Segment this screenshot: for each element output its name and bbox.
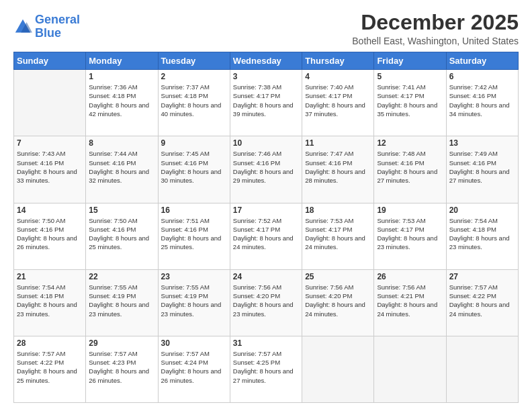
cell-details: Sunrise: 7:48 AM Sunset: 4:16 PM Dayligh… [377,149,443,185]
calendar-cell: 28Sunrise: 7:57 AM Sunset: 4:22 PM Dayli… [14,336,86,402]
day-number: 29 [89,338,154,348]
day-number: 25 [305,272,371,281]
cell-details: Sunrise: 7:42 AM Sunset: 4:16 PM Dayligh… [449,83,515,118]
calendar-cell: 17Sunrise: 7:52 AM Sunset: 4:17 PM Dayli… [230,203,302,269]
calendar-cell: 24Sunrise: 7:56 AM Sunset: 4:20 PM Dayli… [230,269,302,336]
col-friday: Friday [374,52,446,70]
calendar-cell: 19Sunrise: 7:53 AM Sunset: 4:17 PM Dayli… [374,203,446,269]
calendar-week-0: 1Sunrise: 7:36 AM Sunset: 4:18 PM Daylig… [14,70,519,136]
calendar-week-3: 21Sunrise: 7:54 AM Sunset: 4:18 PM Dayli… [14,269,519,336]
cell-details: Sunrise: 7:50 AM Sunset: 4:16 PM Dayligh… [89,216,154,252]
cell-details: Sunrise: 7:36 AM Sunset: 4:18 PM Dayligh… [89,83,154,118]
day-number: 24 [233,272,299,281]
col-sunday: Sunday [14,52,86,70]
calendar-cell: 14Sunrise: 7:50 AM Sunset: 4:16 PM Dayli… [14,203,86,269]
cell-details: Sunrise: 7:57 AM Sunset: 4:23 PM Dayligh… [89,349,154,385]
cell-details: Sunrise: 7:46 AM Sunset: 4:16 PM Dayligh… [233,149,299,185]
day-number: 21 [17,272,83,281]
day-number: 27 [449,272,515,281]
calendar-cell: 9Sunrise: 7:45 AM Sunset: 4:16 PM Daylig… [158,136,230,203]
calendar-cell: 31Sunrise: 7:57 AM Sunset: 4:25 PM Dayli… [230,336,302,402]
calendar-cell [374,336,446,402]
header-row: Sunday Monday Tuesday Wednesday Thursday… [14,52,519,70]
calendar-week-2: 14Sunrise: 7:50 AM Sunset: 4:16 PM Dayli… [14,203,519,269]
title-block: December 2025 Bothell East, Washington, … [352,11,519,46]
calendar-cell: 20Sunrise: 7:54 AM Sunset: 4:18 PM Dayli… [446,203,518,269]
calendar-cell: 21Sunrise: 7:54 AM Sunset: 4:18 PM Dayli… [14,269,86,336]
calendar-cell: 7Sunrise: 7:43 AM Sunset: 4:16 PM Daylig… [14,136,86,203]
logo-text: General Blue [35,13,80,40]
cell-details: Sunrise: 7:56 AM Sunset: 4:20 PM Dayligh… [233,283,299,318]
day-number: 9 [161,138,227,148]
calendar-cell: 8Sunrise: 7:44 AM Sunset: 4:16 PM Daylig… [86,136,158,203]
cell-details: Sunrise: 7:52 AM Sunset: 4:17 PM Dayligh… [233,216,299,252]
day-number: 16 [161,205,227,215]
cell-details: Sunrise: 7:51 AM Sunset: 4:16 PM Dayligh… [161,216,227,252]
day-number: 22 [89,272,154,281]
logo-line1: General [35,13,80,26]
cell-details: Sunrise: 7:49 AM Sunset: 4:16 PM Dayligh… [449,149,515,185]
cell-details: Sunrise: 7:44 AM Sunset: 4:16 PM Dayligh… [89,149,154,185]
calendar-cell: 29Sunrise: 7:57 AM Sunset: 4:23 PM Dayli… [86,336,158,402]
calendar-cell: 3Sunrise: 7:38 AM Sunset: 4:17 PM Daylig… [230,70,302,136]
calendar-cell [446,336,518,402]
cell-details: Sunrise: 7:43 AM Sunset: 4:16 PM Dayligh… [17,149,83,185]
day-number: 11 [305,138,371,148]
day-number: 14 [17,205,83,215]
cell-details: Sunrise: 7:41 AM Sunset: 4:17 PM Dayligh… [377,83,443,118]
day-number: 5 [377,72,443,81]
cell-details: Sunrise: 7:57 AM Sunset: 4:22 PM Dayligh… [17,349,83,385]
day-number: 18 [305,205,371,215]
cell-details: Sunrise: 7:47 AM Sunset: 4:16 PM Dayligh… [305,149,371,185]
day-number: 28 [17,338,83,348]
calendar-cell: 4Sunrise: 7:40 AM Sunset: 4:17 PM Daylig… [302,70,374,136]
day-number: 10 [233,138,299,148]
cell-details: Sunrise: 7:55 AM Sunset: 4:19 PM Dayligh… [161,283,227,318]
cell-details: Sunrise: 7:57 AM Sunset: 4:22 PM Dayligh… [449,283,515,318]
cell-details: Sunrise: 7:54 AM Sunset: 4:18 PM Dayligh… [17,283,83,318]
col-tuesday: Tuesday [158,52,230,70]
calendar-cell: 22Sunrise: 7:55 AM Sunset: 4:19 PM Dayli… [86,269,158,336]
calendar-cell: 30Sunrise: 7:57 AM Sunset: 4:24 PM Dayli… [158,336,230,402]
calendar-cell [302,336,374,402]
cell-details: Sunrise: 7:45 AM Sunset: 4:16 PM Dayligh… [161,149,227,185]
day-number: 23 [161,272,227,281]
day-number: 26 [377,272,443,281]
calendar-week-1: 7Sunrise: 7:43 AM Sunset: 4:16 PM Daylig… [14,136,519,203]
page: General Blue December 2025 Bothell East,… [0,0,532,411]
cell-details: Sunrise: 7:37 AM Sunset: 4:18 PM Dayligh… [161,83,227,118]
calendar-cell: 2Sunrise: 7:37 AM Sunset: 4:18 PM Daylig… [158,70,230,136]
day-number: 1 [89,72,154,81]
day-number: 20 [449,205,515,215]
cell-details: Sunrise: 7:57 AM Sunset: 4:25 PM Dayligh… [233,349,299,385]
calendar-cell: 12Sunrise: 7:48 AM Sunset: 4:16 PM Dayli… [374,136,446,203]
calendar-cell: 6Sunrise: 7:42 AM Sunset: 4:16 PM Daylig… [446,70,518,136]
day-number: 12 [377,138,443,148]
day-number: 8 [89,138,154,148]
cell-details: Sunrise: 7:40 AM Sunset: 4:17 PM Dayligh… [305,83,371,118]
day-number: 30 [161,338,227,348]
col-monday: Monday [86,52,158,70]
cell-details: Sunrise: 7:57 AM Sunset: 4:24 PM Dayligh… [161,349,227,385]
day-number: 19 [377,205,443,215]
cell-details: Sunrise: 7:54 AM Sunset: 4:18 PM Dayligh… [449,216,515,252]
calendar-table: Sunday Monday Tuesday Wednesday Thursday… [13,52,519,403]
day-number: 3 [233,72,299,81]
calendar-cell: 11Sunrise: 7:47 AM Sunset: 4:16 PM Dayli… [302,136,374,203]
header: General Blue December 2025 Bothell East,… [13,11,519,46]
logo: General Blue [13,13,80,40]
cell-details: Sunrise: 7:53 AM Sunset: 4:17 PM Dayligh… [377,216,443,252]
logo-icon [13,17,32,36]
col-saturday: Saturday [446,52,518,70]
cell-details: Sunrise: 7:56 AM Sunset: 4:21 PM Dayligh… [377,283,443,318]
calendar-cell: 15Sunrise: 7:50 AM Sunset: 4:16 PM Dayli… [86,203,158,269]
day-number: 31 [233,338,299,348]
day-number: 4 [305,72,371,81]
calendar-cell: 23Sunrise: 7:55 AM Sunset: 4:19 PM Dayli… [158,269,230,336]
cell-details: Sunrise: 7:56 AM Sunset: 4:20 PM Dayligh… [305,283,371,318]
calendar-cell: 5Sunrise: 7:41 AM Sunset: 4:17 PM Daylig… [374,70,446,136]
day-number: 6 [449,72,515,81]
month-title: December 2025 [352,11,519,34]
calendar-cell: 10Sunrise: 7:46 AM Sunset: 4:16 PM Dayli… [230,136,302,203]
day-number: 15 [89,205,154,215]
